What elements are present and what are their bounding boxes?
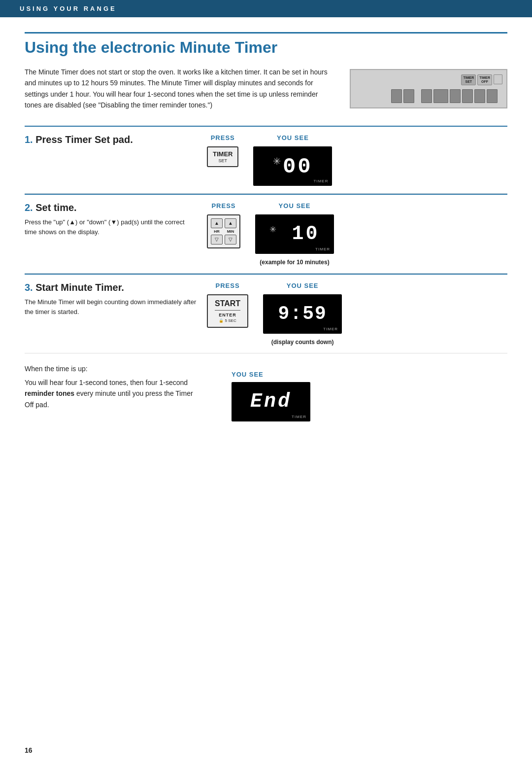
time-up-desc: You will hear four 1-second tones, then … — [25, 377, 197, 410]
page-number: 16 — [25, 746, 33, 754]
header-bar: USING YOUR RANGE — [0, 0, 532, 17]
step-2-left: 2. Set time. Press the "up" (▲) or "down… — [25, 202, 197, 238]
enter-label: ENTER — [219, 313, 236, 317]
step-3-right: PRESS START ENTER 🔒 5 SEC YOU SEE 9:59 T… — [207, 282, 507, 346]
step-3-left: 3. Start Minute Timer. The Minute Timer … — [25, 282, 197, 318]
step-1-number: 1. — [25, 134, 35, 145]
min-down-btn[interactable]: ▽ — [225, 235, 236, 245]
slot-2 — [403, 89, 414, 103]
step-2-press-label: PRESS — [211, 202, 235, 210]
step-1-press-col: PRESS TIMER SET — [207, 134, 238, 168]
slot-5 — [450, 89, 461, 103]
page-title: Using the electronic Minute Timer — [25, 38, 507, 57]
main-content: Using the electronic Minute Timer The Mi… — [0, 17, 532, 441]
time-up-section: When the time is up: You will hear four … — [25, 363, 507, 421]
reminder-tones-bold: reminder tones — [25, 389, 74, 397]
end-display: End TIMER — [232, 382, 310, 421]
timer-off-btn-panel: TIMEROFF — [477, 74, 492, 86]
end-yousee-col: YOU SEE End TIMER — [232, 371, 310, 421]
step-3-yousee-col: YOU SEE 9:59 TIMER (display counts down) — [263, 282, 342, 346]
step-2-display-number: ✳ 10 — [269, 222, 319, 245]
step-2-row: 2. Set time. Press the "up" (▲) or "down… — [25, 195, 507, 274]
display-slots — [391, 89, 498, 103]
step-2-number: 2. — [25, 202, 35, 213]
step-3-desc: The Minute Timer will begin counting dow… — [25, 297, 197, 318]
min-up-btn[interactable]: ▲ — [225, 218, 236, 228]
hr-label: HR — [214, 229, 220, 234]
step-3-caption: (display counts down) — [271, 339, 334, 346]
step-2-timer-label: TIMER — [315, 247, 330, 251]
step-1-yousee-col: YOU SEE ✳00 TIMER — [253, 134, 332, 186]
slot-7 — [474, 89, 485, 103]
step-2-caption: (example for 10 minutes) — [260, 259, 329, 266]
header-text: USING YOUR RANGE — [20, 5, 117, 12]
step-2-yousee-col: YOU SEE ✳ 10 TIMER (example for 10 minut… — [255, 202, 334, 266]
step-1-yousee-label: YOU SEE — [277, 134, 309, 141]
hr-up-cell: ▲ HR ▽ — [211, 218, 223, 245]
end-display-text: End — [250, 390, 292, 413]
step-1-press-label: PRESS — [211, 134, 235, 141]
step-2-press-col: PRESS ▲ HR ▽ ▲ MIN ▽ — [207, 202, 240, 248]
end-timer-label: TIMER — [292, 415, 306, 419]
step-1-left: 1. Press Timer Set pad. — [25, 134, 197, 149]
step-3-press-label: PRESS — [216, 282, 240, 289]
step-3-row: 3. Start Minute Timer. The Minute Timer … — [25, 275, 507, 353]
step-1-right: PRESS TIMER SET YOU SEE ✳00 TIMER — [207, 134, 507, 186]
start-button[interactable]: START ENTER 🔒 5 SEC — [207, 294, 248, 328]
slot-6 — [462, 89, 473, 103]
step-3-timer-label: TIMER — [323, 327, 338, 331]
step-3-title: 3. Start Minute Timer. — [25, 282, 197, 293]
time-up-when: When the time is up: — [25, 363, 197, 374]
slot-8 — [487, 89, 498, 103]
hr-up-btn[interactable]: ▲ — [211, 218, 223, 228]
min-label: MIN — [227, 229, 234, 234]
step-1-row: 1. Press Timer Set pad. PRESS TIMER SET … — [25, 127, 507, 194]
hr-down-btn[interactable]: ▽ — [211, 235, 223, 245]
control-panel-image: TIMERSET TIMEROFF — [350, 69, 507, 108]
step-3-display-number: 9:59 — [278, 303, 327, 324]
timer-set-btn-panel: TIMERSET — [461, 74, 476, 86]
step-3-press-col: PRESS START ENTER 🔒 5 SEC — [207, 282, 248, 328]
lock-label: 🔒 5 SEC — [219, 318, 236, 323]
slot-1 — [391, 89, 402, 103]
step-2-title: 2. Set time. — [25, 202, 197, 213]
time-up-text-block: When the time is up: You will hear four … — [25, 363, 197, 414]
slot-4 — [433, 89, 448, 103]
step-1-display: ✳00 TIMER — [253, 146, 332, 186]
start-label: START — [215, 299, 240, 311]
step-1-timer-label: TIMER — [314, 179, 329, 183]
step-2-right: PRESS ▲ HR ▽ ▲ MIN ▽ YOU SEE — [207, 202, 507, 266]
step-3-display: 9:59 TIMER — [263, 294, 342, 334]
step-2-display: ✳ 10 TIMER — [255, 214, 334, 254]
timer-set-btn-line2: SET — [213, 158, 233, 163]
arrow-pad: ▲ HR ▽ ▲ MIN ▽ — [207, 214, 240, 248]
step-2-desc: Press the "up" (▲) or "down" (▼) pad(s) … — [25, 217, 197, 238]
step-3-number: 3. — [25, 282, 35, 293]
step-1-title: 1. Press Timer Set pad. — [25, 134, 197, 145]
step-1-display-number: ✳00 — [273, 153, 312, 179]
intro-text: The Minute Timer does not start or stop … — [25, 67, 330, 111]
timer-set-btn-line1: TIMER — [213, 150, 233, 159]
timer-set-button[interactable]: TIMER SET — [207, 146, 238, 168]
min-up-cell: ▲ MIN ▽ — [225, 218, 236, 245]
end-yousee-label: YOU SEE — [232, 371, 310, 378]
slot-3 — [421, 89, 432, 103]
intro-section: The Minute Timer does not start or stop … — [25, 67, 507, 111]
step-2-yousee-label: YOU SEE — [279, 202, 311, 210]
top-blue-rule — [25, 32, 507, 34]
step-3-yousee-label: YOU SEE — [287, 282, 319, 289]
